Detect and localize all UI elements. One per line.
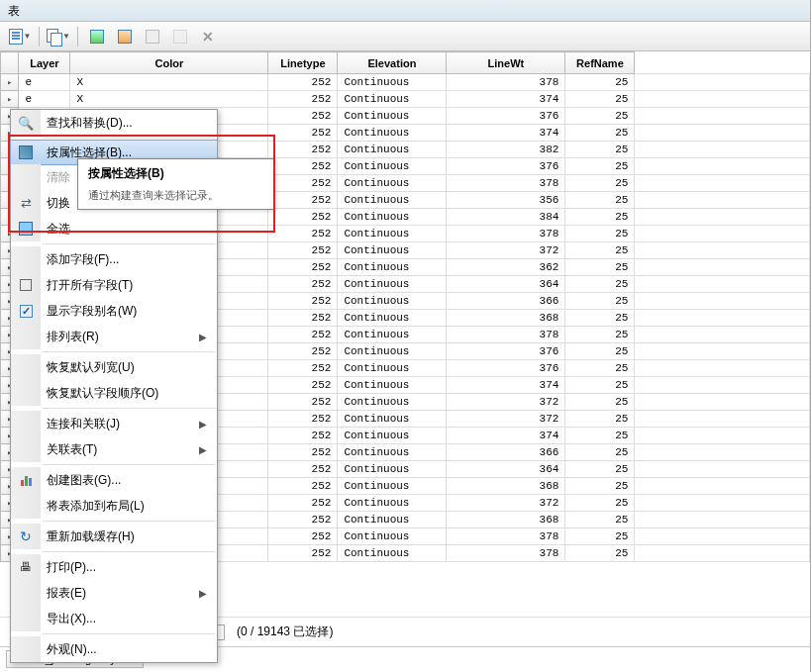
cell-color[interactable]: 252: [268, 310, 338, 327]
cell-refname[interactable]: [635, 158, 810, 175]
cell-elevation[interactable]: 372: [447, 411, 565, 428]
cell-linetype[interactable]: Continuous: [338, 175, 447, 192]
cell-color[interactable]: 252: [268, 158, 338, 175]
cell-elevation[interactable]: 384: [447, 209, 565, 226]
cell-refname[interactable]: [635, 276, 810, 293]
cell-linetype[interactable]: Continuous: [338, 545, 447, 562]
cell-linetype[interactable]: Continuous: [338, 377, 447, 394]
cell-refname[interactable]: [635, 91, 810, 108]
menu-show-alias[interactable]: ✓ 显示字段别名(W): [11, 298, 217, 324]
cell-elevation[interactable]: 366: [447, 293, 565, 310]
menu-add-field[interactable]: 添加字段(F)...: [11, 246, 217, 272]
menu-report[interactable]: 报表(E) ▶: [11, 580, 217, 606]
cell-elevation[interactable]: 364: [447, 461, 565, 478]
cell-elevation[interactable]: 366: [447, 444, 565, 461]
cell-layer[interactable]: X: [70, 74, 268, 91]
column-header[interactable]: Linetype: [268, 52, 338, 74]
menu-add-to-layout[interactable]: 将表添加到布局(L): [11, 493, 217, 519]
cell-refname[interactable]: [635, 461, 810, 478]
cell-elevation[interactable]: 376: [447, 343, 565, 360]
cell-color[interactable]: 252: [268, 377, 338, 394]
column-header[interactable]: Layer: [19, 52, 70, 74]
cell-linetype[interactable]: Continuous: [338, 226, 447, 242]
cell-color[interactable]: 252: [268, 495, 338, 512]
close-button[interactable]: ✕: [196, 26, 220, 48]
cell-refname[interactable]: [635, 310, 810, 327]
cell-elevation[interactable]: 372: [447, 242, 565, 259]
cell-elevation[interactable]: 376: [447, 360, 565, 377]
cell[interactable]: e: [19, 74, 70, 91]
cell-linetype[interactable]: Continuous: [338, 495, 447, 512]
cell-linewt[interactable]: 25: [565, 158, 635, 175]
cell-linetype[interactable]: Continuous: [338, 310, 447, 327]
cell-linetype[interactable]: Continuous: [338, 125, 447, 142]
cell-linewt[interactable]: 25: [565, 444, 635, 461]
column-header[interactable]: Elevation: [338, 52, 447, 74]
menu-appearance[interactable]: 外观(N)...: [11, 636, 217, 662]
cell-elevation[interactable]: 368: [447, 512, 565, 528]
cell-linewt[interactable]: 25: [565, 512, 635, 528]
cell-linewt[interactable]: 25: [565, 411, 635, 428]
menu-open-all-fields[interactable]: 打开所有字段(T): [11, 272, 217, 298]
cell-linetype[interactable]: Continuous: [338, 74, 447, 91]
cell-color[interactable]: 252: [268, 91, 338, 108]
cell-linewt[interactable]: 25: [565, 108, 635, 125]
cell-refname[interactable]: [635, 74, 810, 91]
menu-restore-order[interactable]: 恢复默认字段顺序(O): [11, 380, 217, 406]
table-row[interactable]: ▸eX252Continuous37825: [1, 74, 810, 91]
cell-color[interactable]: 252: [268, 259, 338, 276]
cell-linetype[interactable]: Continuous: [338, 360, 447, 377]
cell-linewt[interactable]: 25: [565, 310, 635, 327]
menu-reload-cache[interactable]: ↻ 重新加载缓存(H): [11, 524, 217, 549]
cell-refname[interactable]: [635, 545, 810, 562]
cell-linewt[interactable]: 25: [565, 91, 635, 108]
cell-linewt[interactable]: 25: [565, 276, 635, 293]
cell-color[interactable]: 252: [268, 394, 338, 411]
cell-refname[interactable]: [635, 192, 810, 209]
cell-color[interactable]: 252: [268, 512, 338, 528]
cell-color[interactable]: 252: [268, 461, 338, 478]
cell-refname[interactable]: [635, 293, 810, 310]
clear-selection-icon[interactable]: [141, 26, 164, 48]
cell-linetype[interactable]: Continuous: [338, 478, 447, 495]
column-header[interactable]: [1, 52, 19, 74]
cell-refname[interactable]: [635, 226, 810, 242]
cell-color[interactable]: 252: [268, 411, 338, 428]
cell-color[interactable]: 252: [268, 327, 338, 343]
cell-linewt[interactable]: 25: [565, 192, 635, 209]
cell-refname[interactable]: [635, 444, 810, 461]
cell-color[interactable]: 252: [268, 74, 338, 91]
cell[interactable]: e: [19, 91, 70, 108]
cell-linetype[interactable]: Continuous: [338, 327, 447, 343]
cell-linetype[interactable]: Continuous: [338, 343, 447, 360]
cell-linetype[interactable]: Continuous: [338, 444, 447, 461]
cell-color[interactable]: 252: [268, 175, 338, 192]
cell-elevation[interactable]: 372: [447, 394, 565, 411]
zoom-selection-icon[interactable]: [168, 26, 192, 48]
cell-color[interactable]: 252: [268, 428, 338, 444]
column-header[interactable]: RefName: [565, 52, 635, 74]
cell-elevation[interactable]: 368: [447, 310, 565, 327]
cell-color[interactable]: 252: [268, 242, 338, 259]
cell-refname[interactable]: [635, 428, 810, 444]
cell-linewt[interactable]: 25: [565, 495, 635, 512]
cell-elevation[interactable]: 376: [447, 108, 565, 125]
cell-elevation[interactable]: 378: [447, 74, 565, 91]
cell-elevation[interactable]: 378: [447, 545, 565, 562]
cell-color[interactable]: 252: [268, 142, 338, 158]
cell-linewt[interactable]: 25: [565, 528, 635, 545]
table-options-button[interactable]: ▼: [8, 26, 32, 48]
column-header[interactable]: Color: [70, 52, 268, 74]
cell-color[interactable]: 252: [268, 192, 338, 209]
cell-linetype[interactable]: Continuous: [338, 528, 447, 545]
column-header[interactable]: LineWt: [447, 52, 565, 74]
cell-elevation[interactable]: 376: [447, 158, 565, 175]
cell-linetype[interactable]: Continuous: [338, 158, 447, 175]
cell-linewt[interactable]: 25: [565, 360, 635, 377]
cell-linewt[interactable]: 25: [565, 545, 635, 562]
cell-linewt[interactable]: 25: [565, 142, 635, 158]
cell-refname[interactable]: [635, 512, 810, 528]
cell-elevation[interactable]: 374: [447, 377, 565, 394]
cell-refname[interactable]: [635, 175, 810, 192]
cell-color[interactable]: 252: [268, 276, 338, 293]
